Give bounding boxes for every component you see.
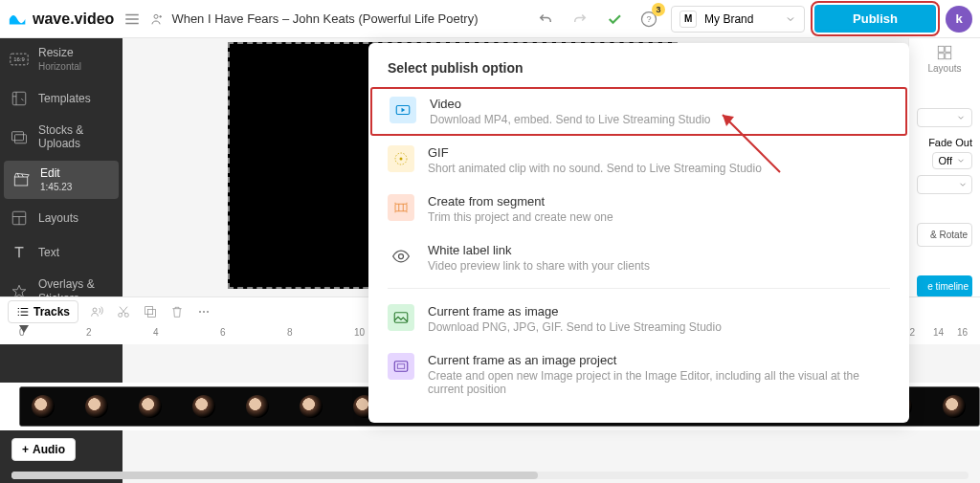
svg-point-18: [399, 254, 404, 259]
chevron-down-icon: [956, 156, 966, 165]
more-button[interactable]: [195, 303, 212, 320]
svg-rect-19: [394, 313, 408, 323]
svg-text:16:9: 16:9: [13, 57, 24, 63]
publish-button[interactable]: Publish: [814, 5, 936, 33]
rotate-button[interactable]: & Rotate: [917, 223, 972, 247]
app-header: wave.video When I Have Fears – John Keat…: [0, 0, 980, 38]
sidebar-item-resize[interactable]: 16:9 ResizeHorizontal: [0, 38, 122, 81]
grid-icon: [936, 44, 953, 61]
text-icon: [10, 243, 29, 262]
clip-thumbnail: [288, 387, 342, 427]
publish-option-frame-project[interactable]: Current frame as an image project Create…: [368, 343, 909, 406]
tracks-label: Tracks: [33, 305, 70, 318]
option-title: GIF: [428, 145, 762, 160]
cut-button[interactable]: [115, 303, 132, 320]
voiceover-button[interactable]: [88, 303, 105, 320]
svg-point-29: [199, 311, 201, 313]
svg-point-0: [154, 14, 158, 18]
list-icon: [16, 305, 30, 318]
copy-button[interactable]: [142, 303, 159, 320]
svg-text:?: ?: [647, 14, 652, 24]
chevron-down-icon: [785, 13, 796, 25]
svg-rect-27: [145, 306, 153, 314]
option-desc: Trim this project and create new one: [428, 210, 613, 224]
segment-icon: [388, 194, 414, 221]
ruler-mark: 14: [933, 327, 944, 338]
project-title[interactable]: When I Have Fears – John Keats (Powerful…: [171, 11, 478, 26]
add-audio-button[interactable]: + Audio: [11, 438, 76, 461]
sidebar-item-stocks[interactable]: Stocks & Uploads: [0, 116, 122, 159]
video-icon: [390, 97, 416, 123]
logo-text: wave.video: [33, 11, 114, 28]
right-dropdown-2[interactable]: [917, 175, 972, 194]
wave-logo-icon: [8, 9, 29, 30]
menu-icon[interactable]: [123, 11, 141, 28]
sidebar-item-text[interactable]: Text: [0, 235, 122, 270]
image-icon: [388, 304, 414, 331]
svg-point-16: [400, 158, 403, 161]
sidebar-label: Stocks & Uploads: [38, 123, 113, 151]
sidebar-item-layouts[interactable]: Layouts: [0, 201, 122, 235]
gif-icon: [388, 145, 414, 172]
templates-icon: [10, 89, 29, 108]
svg-point-31: [207, 311, 209, 313]
undo-button[interactable]: [533, 7, 558, 32]
sidebar-label: Layouts: [38, 211, 78, 225]
aspect-ratio-icon: 16:9: [10, 50, 29, 69]
option-title: White label link: [428, 243, 650, 257]
audio-label: Audio: [33, 443, 65, 456]
sidebar-sublabel: 1:45.23: [40, 182, 72, 192]
fade-out-label: Fade Out: [928, 137, 972, 148]
redo-button[interactable]: [568, 7, 592, 32]
eye-icon: [388, 243, 414, 270]
sidebar-label: Text: [38, 246, 59, 259]
ruler-mark: 6: [220, 327, 226, 338]
sidebar-item-templates[interactable]: Templates: [0, 81, 122, 116]
sidebar-label: Templates: [38, 92, 91, 105]
playhead[interactable]: [19, 325, 29, 333]
clapperboard-icon: [11, 170, 31, 189]
fade-out-row: Fade Out: [909, 135, 980, 150]
svg-rect-5: [12, 92, 26, 105]
ruler-mark: 4: [153, 327, 159, 338]
help-button[interactable]: ? 3: [636, 7, 661, 32]
people-icon: [150, 11, 166, 27]
stocks-icon: [10, 127, 29, 146]
svg-point-30: [203, 311, 205, 313]
layouts-tool[interactable]: Layouts: [909, 38, 980, 79]
popup-title: Select publish option: [368, 60, 909, 87]
publish-option-whitelabel[interactable]: White label link Video preview link to s…: [368, 233, 909, 282]
brand-select[interactable]: M My Brand: [671, 6, 805, 33]
clip-thumbnail: [931, 387, 980, 427]
publish-option-segment[interactable]: Create from segment Trim this project an…: [368, 185, 909, 233]
user-avatar[interactable]: k: [946, 6, 972, 33]
option-title: Current frame as image: [428, 304, 722, 318]
popup-divider: [388, 288, 890, 289]
sidebar-label: Edit: [40, 166, 60, 180]
delete-button[interactable]: [168, 303, 186, 320]
publish-option-frame-image[interactable]: Current frame as image Download PNG, JPG…: [368, 295, 909, 343]
scrollbar-thumb[interactable]: [11, 472, 538, 479]
fade-out-select[interactable]: Off: [932, 152, 972, 169]
clip-thumbnail: [181, 387, 234, 427]
publish-option-video[interactable]: Video Download MP4, embed. Send to Live …: [370, 87, 907, 136]
horizontal-scrollbar[interactable]: [11, 472, 969, 479]
chevron-down-icon: [958, 180, 968, 189]
svg-rect-12: [938, 54, 944, 59]
right-panel: Layouts Fade Out Off & Rotate e timeline: [908, 38, 980, 296]
layouts-tool-label: Layouts: [927, 63, 961, 74]
logo[interactable]: wave.video: [8, 9, 114, 30]
right-dropdown-1[interactable]: [917, 108, 972, 127]
header-actions: ? 3 M My Brand Publish k: [533, 5, 972, 33]
svg-point-24: [93, 308, 97, 312]
clip-thumbnail: [74, 387, 127, 427]
svg-rect-11: [946, 46, 951, 52]
timeline-button[interactable]: e timeline: [917, 275, 972, 297]
sidebar-item-edit[interactable]: Edit1:45.23: [4, 161, 119, 200]
publish-option-gif[interactable]: GIF Short animated clip with no sound. S…: [368, 136, 909, 185]
ruler-mark: 2: [86, 327, 92, 338]
svg-rect-8: [14, 177, 28, 186]
project-title-wrap: When I Have Fears – John Keats (Powerful…: [150, 11, 478, 27]
tracks-button[interactable]: Tracks: [8, 300, 78, 323]
option-desc: Create and open new Image project in the…: [428, 369, 890, 396]
